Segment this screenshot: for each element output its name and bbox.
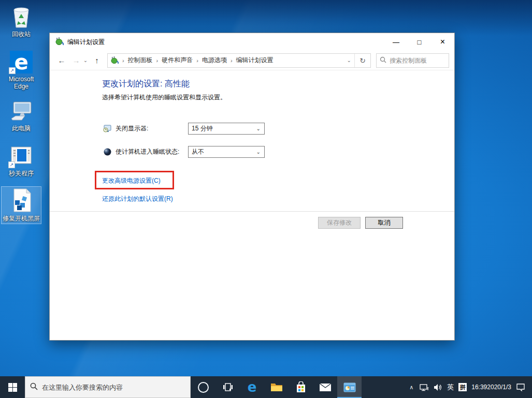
recycle-bin-icon (11, 5, 32, 28)
shortcut-arrow-icon: ↗ (9, 67, 16, 74)
up-button[interactable]: ↑ (91, 56, 103, 65)
desktop: { "icons": { "back": "←", "forward": "→"… (0, 0, 532, 398)
control-panel-search[interactable] (376, 53, 449, 68)
windows-logo-icon (8, 383, 17, 392)
store-button[interactable] (289, 376, 313, 398)
store-icon (296, 381, 306, 393)
desktop-icon-label: 修复开机黑屏 (3, 215, 40, 222)
window-title: 编辑计划设置 (67, 38, 105, 47)
save-changes-button[interactable]: 保存修改 (318, 217, 361, 229)
breadcrumb-sep-icon: › (195, 57, 199, 64)
desktop-icon-label: 秒关程序 (9, 170, 34, 177)
content-separator (50, 211, 454, 212)
restore-defaults-link[interactable]: 还原此计划的默认设置(R) (102, 195, 173, 203)
power-options-window-icon (343, 382, 356, 392)
tray-expand-icon[interactable]: ∧ (408, 384, 415, 391)
edge-icon: e (248, 380, 257, 394)
breadcrumb-sep-icon: › (155, 57, 160, 64)
desktop-icon-column: 回收站 e ↗ Microsoft Edge 此电脑 (1, 2, 42, 231)
desktop-icon-microsoft-edge[interactable]: e ↗ Microsoft Edge (1, 47, 41, 92)
system-tray: ∧ 英 拼 16:39 2020/1/3 (408, 376, 532, 398)
address-bar[interactable]: › 控制面板 › 硬件和声音 › 电源选项 › 编辑计划设置 ⌄ ↻ (107, 53, 371, 68)
clock-time: 16:39 (471, 384, 487, 391)
sleep-timeout-select[interactable]: 从不 ⌄ (188, 146, 265, 158)
search-icon (380, 56, 386, 65)
taskbar: e ∧ (0, 376, 532, 398)
advanced-power-settings-link[interactable]: 更改高级电源设置(C) (102, 176, 161, 185)
page-title: 更改计划的设置: 高性能 (102, 79, 190, 90)
back-button[interactable]: ← (56, 56, 67, 65)
cortana-button[interactable] (191, 376, 215, 398)
chevron-down-icon: ⌄ (256, 149, 264, 155)
desktop-icon-miaoguan-app[interactable]: ↗ 秒关程序 (1, 141, 41, 179)
cortana-icon (198, 382, 209, 393)
desktop-icon-label: 此电脑 (12, 125, 31, 132)
breadcrumb: › 控制面板 › 硬件和声音 › 电源选项 › 编辑计划设置 (119, 56, 343, 65)
breadcrumb-sep-icon: › (229, 57, 234, 64)
desktop-icon-label: 回收站 (12, 31, 31, 38)
window-content: 更改计划的设置: 高性能 选择希望计算机使用的睡眠设置和显示设置。 关闭显示器:… (50, 70, 454, 340)
breadcrumb-edit-plan-settings[interactable]: 编辑计划设置 (234, 56, 276, 65)
desktop-icon-label: Microsoft Edge (2, 76, 41, 90)
display-timeout-icon (103, 124, 112, 133)
setting-label: 使计算机进入睡眠状态: (116, 148, 179, 156)
setting-row-sleep: 使计算机进入睡眠状态: (103, 146, 179, 158)
edit-plan-settings-taskbar-button[interactable] (337, 376, 362, 398)
navigation-bar: ← → ⌄ ↑ › 控制面板 › 硬件和声音 › 电源选项 › 编辑计划设置 (50, 51, 454, 70)
window-controls: — □ × (384, 33, 454, 51)
cancel-button[interactable]: 取消 (365, 217, 403, 229)
power-plug-icon (55, 37, 64, 47)
setting-row-display: 关闭显示器: (103, 123, 148, 135)
selected-value: 15 分钟 (192, 124, 213, 133)
sleep-icon (103, 148, 112, 156)
taskbar-search[interactable] (25, 376, 191, 398)
desktop-icon-recycle-bin[interactable]: 回收站 (1, 2, 41, 40)
file-explorer-button[interactable] (264, 376, 289, 398)
edge-taskbar-button[interactable]: e (240, 376, 264, 398)
power-plug-icon (111, 56, 119, 64)
mail-button[interactable] (313, 376, 337, 398)
breadcrumb-sep-icon: › (121, 57, 125, 64)
this-pc-icon (9, 99, 33, 123)
task-view-button[interactable] (215, 376, 240, 398)
desktop-icon-fix-black-screen[interactable]: 修复开机黑屏 (1, 186, 41, 224)
title-bar: 编辑计划设置 — □ × (50, 33, 454, 51)
history-dropdown-icon[interactable]: ⌄ (82, 57, 89, 63)
search-input[interactable] (390, 57, 445, 64)
clock-date: 2020/1/3 (487, 384, 511, 391)
forward-button[interactable]: → (70, 56, 82, 65)
shortcut-arrow-icon: ↗ (8, 161, 15, 168)
mail-icon (319, 383, 332, 392)
ime-indicator[interactable]: 拼 (458, 383, 467, 391)
chevron-down-icon: ⌄ (256, 126, 264, 131)
selected-value: 从不 (192, 148, 204, 156)
maximize-button[interactable]: □ (408, 33, 431, 51)
search-icon (30, 382, 38, 392)
taskbar-clock[interactable]: 16:39 2020/1/3 (471, 384, 511, 391)
volume-icon[interactable] (434, 384, 442, 391)
edit-plan-settings-window: 编辑计划设置 — □ × ← → ⌄ ↑ › 控制面板 › 硬件和声音 (49, 33, 455, 341)
desktop-icon-this-pc[interactable]: 此电脑 (1, 96, 41, 134)
registry-file-icon (10, 189, 33, 213)
breadcrumb-control-panel[interactable]: 控制面板 (125, 56, 155, 65)
action-center-icon[interactable] (516, 383, 525, 392)
network-icon[interactable] (420, 384, 429, 391)
display-timeout-select[interactable]: 15 分钟 ⌄ (188, 123, 265, 135)
page-subtitle: 选择希望计算机使用的睡眠设置和显示设置。 (102, 93, 226, 102)
refresh-button[interactable]: ↻ (355, 54, 370, 67)
taskbar-search-input[interactable] (42, 384, 185, 391)
app-window-icon: ↗ (9, 144, 33, 168)
input-language-indicator[interactable]: 英 (447, 382, 454, 392)
breadcrumb-hardware-sound[interactable]: 硬件和声音 (159, 56, 195, 65)
file-explorer-icon (270, 382, 283, 392)
start-button[interactable] (0, 376, 25, 398)
minimize-button[interactable]: — (384, 33, 408, 51)
breadcrumb-power-options[interactable]: 电源选项 (199, 56, 229, 65)
setting-label: 关闭显示器: (116, 124, 148, 133)
taskbar-spacer (362, 376, 408, 398)
edge-icon: e ↗ (10, 50, 33, 73)
address-dropdown-icon[interactable]: ⌄ (343, 54, 355, 67)
close-button[interactable]: × (431, 33, 454, 51)
task-view-icon (223, 382, 233, 392)
